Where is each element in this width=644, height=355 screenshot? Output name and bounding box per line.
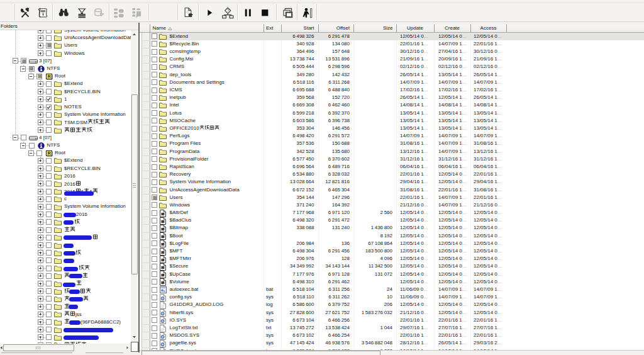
svg-text:R: R: [47, 74, 51, 80]
svg-text:R: R: [47, 151, 51, 157]
svg-text:?: ?: [226, 8, 229, 13]
